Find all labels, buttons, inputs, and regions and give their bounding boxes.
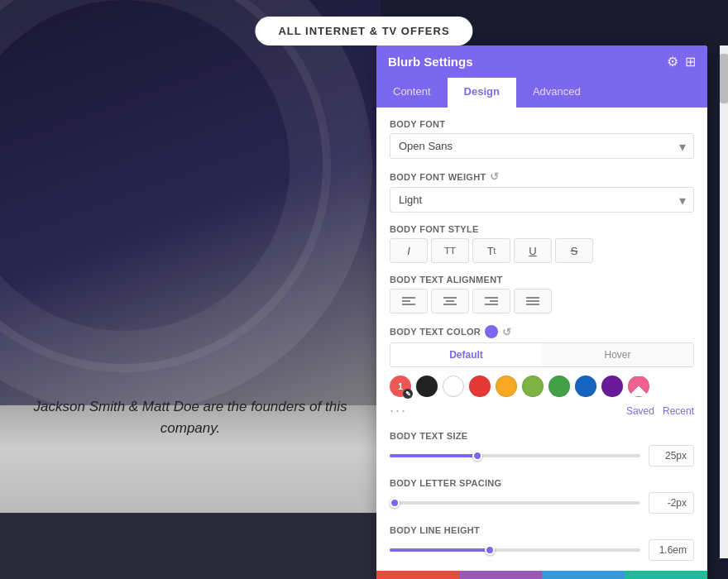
- swatch-lime[interactable]: [522, 376, 544, 397]
- body-font-select[interactable]: Open Sans Arial Georgia Roboto Lato: [390, 133, 694, 159]
- bg-body-text: Jackson Smith & Matt Doe are the founder…: [0, 396, 381, 438]
- tab-content[interactable]: Content: [376, 78, 448, 108]
- body-line-height-track[interactable]: [390, 548, 640, 552]
- body-text-alignment-label: Body Text Alignment: [390, 275, 694, 285]
- align-left-button[interactable]: [390, 289, 428, 313]
- tab-advanced[interactable]: Advanced: [516, 78, 597, 108]
- align-justify-button[interactable]: [514, 289, 552, 313]
- saved-colors-link[interactable]: Saved: [626, 405, 654, 417]
- color-tabs: Default Hover: [390, 342, 694, 367]
- blurb-settings-panel: Blurb Settings ⚙ ⊞ Content Design Advanc…: [376, 45, 707, 579]
- font-weight-reset-icon[interactable]: ↺: [490, 170, 499, 183]
- more-colors-button[interactable]: ···: [390, 402, 407, 419]
- scrollbar-thumb[interactable]: [720, 54, 728, 103]
- swatch-purple[interactable]: [601, 376, 623, 397]
- body-font-style-label: Body Font Style: [390, 224, 694, 234]
- color-swatches: 1 ✎: [390, 376, 694, 397]
- reset-button[interactable]: ↺: [459, 571, 542, 579]
- body-text-size-slider-row: [390, 445, 694, 467]
- panel-body: Body Font Open Sans Arial Georgia Roboto…: [376, 108, 707, 571]
- body-letter-spacing-slider-row: [390, 492, 694, 514]
- underline-button[interactable]: U: [514, 238, 552, 263]
- swatch-orange[interactable]: [496, 376, 517, 397]
- body-font-label: Body Font: [390, 119, 694, 129]
- save-button[interactable]: ✓: [625, 571, 707, 579]
- recent-colors-link[interactable]: Recent: [663, 405, 694, 417]
- active-color-swatch[interactable]: 1 ✎: [390, 376, 411, 397]
- banner-text: ALL INTERNET & TV OFFERS: [278, 25, 449, 37]
- body-letter-spacing-group: Body Letter Spacing: [390, 478, 694, 514]
- tab-design[interactable]: Design: [448, 78, 516, 108]
- background-area: Jackson Smith & Matt Doe are the founder…: [0, 0, 381, 579]
- edit-color-icon: ✎: [403, 389, 413, 399]
- body-font-weight-select[interactable]: Light Normal Bold Extra Bold: [390, 187, 694, 213]
- panel-title: Blurb Settings: [388, 55, 473, 69]
- font-style-buttons: I TT Tt U S: [390, 238, 694, 263]
- body-text-alignment-group: Body Text Alignment: [390, 275, 694, 313]
- color-links: Saved Recent: [626, 405, 694, 417]
- body-letter-spacing-thumb[interactable]: [390, 498, 400, 508]
- panel-footer: ✕ ↺ ↻ ✓: [376, 571, 707, 579]
- body-line-height-slider-row: [390, 539, 694, 561]
- body-font-group: Body Font Open Sans Arial Georgia Roboto…: [390, 119, 694, 159]
- panel-header: Blurb Settings ⚙ ⊞: [376, 45, 707, 78]
- color-tab-default[interactable]: Default: [390, 343, 542, 366]
- swatch-white[interactable]: [443, 376, 464, 397]
- alignment-buttons: [390, 289, 694, 313]
- body-text-size-label: Body Text Size: [390, 431, 694, 441]
- body-letter-spacing-input[interactable]: [649, 492, 694, 514]
- panel-tabs: Content Design Advanced: [376, 78, 707, 108]
- swatch-pink[interactable]: [628, 376, 649, 397]
- body-text-size-fill: [390, 454, 477, 457]
- title-case-button[interactable]: Tt: [472, 238, 510, 263]
- body-text-color-label: Body Text Color ↺: [390, 325, 694, 338]
- body-text-size-thumb[interactable]: [472, 451, 482, 461]
- body-letter-spacing-track[interactable]: [390, 501, 640, 505]
- body-font-weight-label: Body Font Weight ↺: [390, 170, 694, 183]
- body-font-select-wrapper: Open Sans Arial Georgia Roboto Lato: [390, 133, 694, 159]
- body-text-size-group: Body Text Size: [390, 431, 694, 467]
- settings-icon[interactable]: ⚙: [667, 54, 678, 69]
- redo-button[interactable]: ↻: [542, 571, 625, 579]
- body-text-size-track[interactable]: [390, 454, 640, 457]
- color-reset-icon[interactable]: ↺: [502, 326, 511, 338]
- color-indicator: [485, 325, 498, 338]
- panel-header-icons: ⚙ ⊞: [667, 54, 696, 69]
- cancel-button[interactable]: ✕: [376, 571, 459, 579]
- body-line-height-fill: [390, 548, 490, 552]
- body-line-height-label: Body Line Height: [390, 525, 694, 535]
- expand-icon[interactable]: ⊞: [685, 54, 696, 69]
- body-text-size-input[interactable]: [649, 445, 694, 467]
- body-line-height-group: Body Line Height: [390, 525, 694, 561]
- body-font-weight-select-wrapper: Light Normal Bold Extra Bold: [390, 187, 694, 213]
- strikethrough-button[interactable]: S: [555, 238, 593, 263]
- swatch-blue[interactable]: [575, 376, 596, 397]
- body-letter-spacing-label: Body Letter Spacing: [390, 478, 694, 488]
- top-banner[interactable]: ALL INTERNET & TV OFFERS: [255, 17, 472, 45]
- swatch-black[interactable]: [416, 376, 438, 397]
- small-caps-button[interactable]: TT: [431, 238, 469, 263]
- swatch-green[interactable]: [548, 376, 570, 397]
- italic-button[interactable]: I: [390, 238, 428, 263]
- align-center-button[interactable]: [431, 289, 469, 313]
- color-tab-hover[interactable]: Hover: [542, 343, 693, 366]
- right-scrollbar[interactable]: [720, 45, 728, 558]
- swatch-red[interactable]: [469, 376, 491, 397]
- body-line-height-thumb[interactable]: [485, 545, 495, 555]
- body-line-height-input[interactable]: [649, 539, 694, 561]
- body-font-style-group: Body Font Style I TT Tt U S: [390, 224, 694, 263]
- body-text-color-group: Body Text Color ↺ Default Hover 1 ✎: [390, 325, 694, 419]
- align-right-button[interactable]: [472, 289, 510, 313]
- body-font-weight-group: Body Font Weight ↺ Light Normal Bold Ext…: [390, 170, 694, 213]
- bg-dark-bottom: [0, 513, 381, 579]
- color-actions: ··· Saved Recent: [390, 402, 694, 419]
